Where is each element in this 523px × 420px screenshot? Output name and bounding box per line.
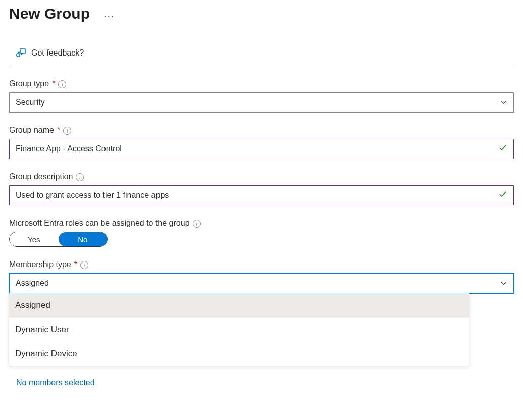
membership-option-assigned[interactable]: Assigned [9, 293, 469, 318]
chevron-down-icon [500, 99, 507, 106]
entra-roles-field: Microsoft Entra roles can be assigned to… [9, 219, 514, 247]
info-icon[interactable]: i [193, 220, 201, 228]
entra-roles-label: Microsoft Entra roles can be assigned to… [9, 219, 190, 228]
chevron-down-icon [500, 280, 507, 287]
no-members-selected-link[interactable]: No members selected [16, 378, 514, 387]
page-title: New Group [9, 5, 90, 22]
membership-type-value: Assigned [16, 279, 49, 288]
group-description-input[interactable]: Used to grant access to tier 1 finance a… [9, 185, 514, 205]
group-description-value: Used to grant access to tier 1 finance a… [16, 191, 169, 200]
membership-type-select[interactable]: Assigned [9, 273, 514, 293]
group-description-field: Group description i Used to grant access… [9, 172, 514, 205]
group-name-field: Group name * i Finance App - Access Cont… [9, 126, 514, 159]
entra-roles-toggle[interactable]: Yes No [9, 232, 108, 247]
info-icon[interactable]: i [58, 80, 66, 88]
required-indicator: * [57, 126, 60, 135]
group-name-value: Finance App - Access Control [16, 144, 122, 153]
more-actions-icon[interactable]: ··· [104, 11, 114, 21]
check-icon [498, 190, 507, 201]
required-indicator: * [52, 79, 55, 88]
info-icon[interactable]: i [76, 173, 84, 181]
group-name-input[interactable]: Finance App - Access Control [9, 139, 514, 159]
info-icon[interactable]: i [63, 127, 71, 135]
group-name-label: Group name [9, 126, 54, 135]
membership-type-label: Membership type [9, 260, 71, 269]
required-indicator: * [74, 260, 77, 269]
group-type-select[interactable]: Security [9, 92, 514, 113]
membership-option-dynamic-user[interactable]: Dynamic User [9, 318, 469, 342]
toggle-option-yes[interactable]: Yes [10, 232, 59, 246]
feedback-label: Got feedback? [31, 48, 84, 58]
check-icon [498, 143, 507, 154]
group-description-label: Group description [9, 172, 73, 181]
feedback-icon [15, 47, 26, 59]
group-type-value: Security [16, 98, 45, 107]
feedback-link[interactable]: Got feedback? [9, 42, 514, 66]
info-icon[interactable]: i [80, 261, 88, 269]
group-type-label: Group type [9, 79, 49, 88]
membership-type-dropdown: Assigned Dynamic User Dynamic Device [9, 293, 469, 366]
toggle-option-no[interactable]: No [59, 232, 108, 246]
group-type-field: Group type * i Security [9, 79, 514, 113]
membership-type-field: Membership type * i Assigned Assigned Dy… [9, 260, 514, 366]
membership-option-dynamic-device[interactable]: Dynamic Device [9, 342, 469, 366]
svg-point-0 [17, 54, 20, 57]
